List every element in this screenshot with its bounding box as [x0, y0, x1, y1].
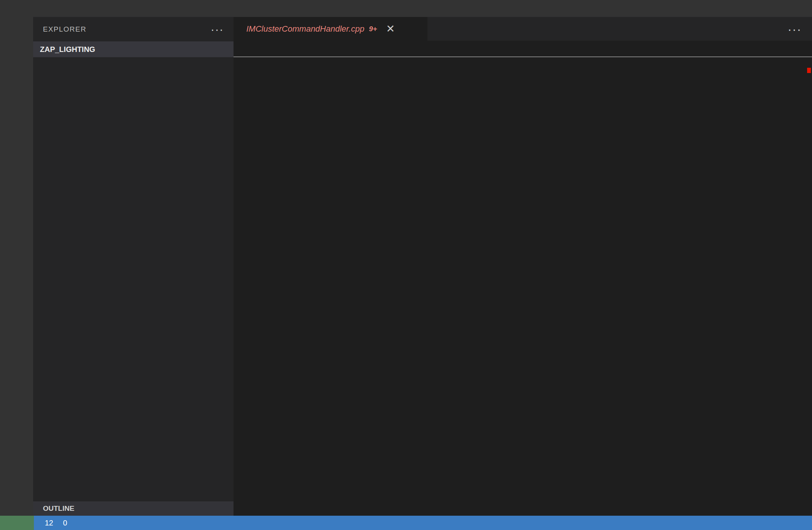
error-marker: [807, 68, 811, 73]
overview-ruler[interactable]: [806, 57, 812, 516]
menu-bar: [0, 0, 812, 17]
folder-section-header[interactable]: ZAP_LIGHTING: [33, 41, 234, 57]
tab-label: IMClusterCommandHandler.cpp: [246, 24, 364, 34]
error-count: 12: [45, 519, 56, 527]
remote-indicator[interactable]: [0, 516, 34, 530]
sidebar-title: EXPLORER: [43, 25, 86, 34]
close-tab-icon[interactable]: ✕: [386, 24, 395, 34]
problems-status[interactable]: 12 0: [34, 516, 78, 530]
tab-imclustercommandhandler[interactable]: IMClusterCommandHandler.cpp 9+ ✕: [234, 17, 427, 41]
tab-problems-badge: 9+: [369, 25, 377, 33]
editor-group: IMClusterCommandHandler.cpp 9+ ✕ ···: [234, 17, 812, 516]
tab-bar: IMClusterCommandHandler.cpp 9+ ✕ ···: [234, 17, 812, 41]
code-editor[interactable]: [234, 57, 812, 516]
folder-name: ZAP_LIGHTING: [40, 45, 95, 54]
explorer-sidebar: EXPLORER ··· ZAP_LIGHTING OUTLINE: [33, 17, 234, 516]
more-actions-icon[interactable]: ···: [211, 26, 224, 33]
minimap[interactable]: [781, 57, 806, 516]
vscode-window: EXPLORER ··· ZAP_LIGHTING OUTLINE IMClus…: [0, 0, 812, 530]
status-bar: 12 0: [0, 516, 812, 530]
outline-label: OUTLINE: [43, 504, 74, 513]
editor-more-actions-icon[interactable]: ···: [788, 25, 801, 33]
warning-count: 0: [63, 519, 70, 527]
outline-section-header[interactable]: OUTLINE: [33, 501, 234, 516]
activity-bar: [0, 17, 33, 516]
breadcrumb: [234, 41, 812, 57]
